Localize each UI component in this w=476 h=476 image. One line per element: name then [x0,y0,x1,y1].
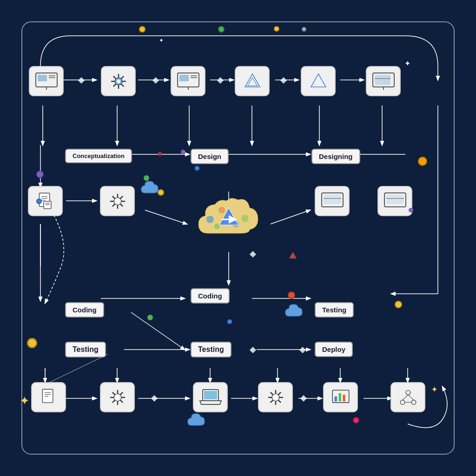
document-icon-2 [35,386,63,409]
sparkle-1: ✦ [20,394,30,408]
network-icon [394,386,422,409]
label-design2: Designing [311,149,360,164]
dot-yellow-2 [274,26,279,32]
node-screen-3 [366,66,401,96]
dot-yellow-big [27,338,37,348]
svg-line-128 [112,392,115,395]
svg-point-150 [400,400,405,404]
dot-purple-2 [181,150,185,154]
svg-rect-52 [299,347,306,353]
sparkle-2: ✦ [404,59,410,68]
svg-rect-50 [250,251,256,258]
svg-line-142 [278,392,281,395]
label-coding2: Coding [191,288,230,304]
triangle-icon-1 [238,70,266,93]
cloud-small-3 [187,412,208,430]
node-gear-2 [100,186,135,216]
svg-point-149 [406,390,410,395]
gear-icon-1 [105,70,132,93]
dot-gray-1 [302,27,306,32]
svg-line-153 [408,395,414,400]
svg-line-70 [121,84,124,86]
svg-point-109 [218,207,225,213]
svg-rect-116 [386,195,404,204]
svg-point-135 [274,396,278,399]
cloud-small-2 [284,303,305,321]
gear-icon-4 [262,386,290,409]
svg-point-95 [116,199,119,203]
svg-line-130 [120,392,123,395]
node-gear-3 [100,382,135,412]
node-laptop [193,382,228,412]
cloud-small-1 [140,180,161,198]
screen-icon-1 [33,70,60,93]
screen-icon-3 [370,70,397,93]
node-screen-4 [315,186,350,216]
label-deploy: Deploy [315,342,353,357]
dot-blue-1 [36,198,42,204]
dot-blue-3 [227,319,232,324]
diagram-container: Conceptualization Design Designing [15,15,461,461]
node-triangle-1 [235,66,270,96]
node-chart [323,382,358,412]
svg-line-101 [120,204,123,206]
dot-orange-2 [288,291,295,299]
svg-point-64 [117,79,120,83]
svg-rect-48 [280,77,287,84]
svg-marker-80 [247,78,257,86]
document-icon-1 [32,190,60,212]
svg-line-71 [121,76,124,79]
svg-rect-46 [152,77,159,84]
svg-line-72 [113,84,116,86]
dot-purple-sm [409,208,413,212]
sparkle-3: ✦ [431,384,438,395]
svg-rect-53 [151,395,158,402]
svg-line-26 [271,210,310,224]
dot-orange-1 [418,157,427,166]
svg-marker-81 [311,74,326,87]
label-design1: Design [191,149,229,164]
svg-rect-91 [44,201,51,209]
label-testing2: Testing [65,342,106,357]
dot-yellow-1 [139,26,145,33]
gear-icon-2 [104,190,132,212]
svg-line-129 [120,400,123,403]
svg-rect-60 [38,75,47,81]
center-cloud-logo [194,192,264,247]
dot-green-1 [218,26,225,33]
laptop-icon [197,386,225,409]
svg-point-151 [411,400,416,404]
node-document-1 [28,186,63,216]
svg-line-100 [112,196,115,198]
svg-rect-85 [375,75,390,85]
svg-line-131 [112,400,115,403]
node-screen-5 [377,186,412,216]
screen-icon-2 [174,70,202,93]
svg-line-152 [403,395,408,400]
svg-rect-147 [343,395,345,401]
svg-rect-146 [338,393,341,401]
label-coding1: Coding [65,302,104,317]
node-gear-1 [101,66,136,96]
svg-marker-79 [245,74,260,87]
svg-rect-47 [217,77,224,84]
svg-line-141 [278,400,281,403]
dot-pink [353,417,359,423]
dot-yellow-3 [158,189,164,196]
dot-green-2 [144,175,149,181]
svg-line-28 [131,312,185,350]
mini-triangle-1 [289,252,297,258]
svg-rect-133 [204,391,217,399]
svg-rect-145 [334,396,337,401]
dot-blue-cloud [147,315,153,320]
dot-red-1 [158,152,162,156]
svg-line-143 [270,400,273,403]
gear-icon-3 [104,386,132,409]
svg-line-140 [270,392,273,395]
node-screen-1 [29,66,64,96]
svg-point-123 [116,396,119,399]
screen-icon-4 [318,190,346,212]
label-testing1: Testing [315,302,354,317]
svg-rect-113 [324,195,341,204]
node-document-2 [31,382,66,412]
